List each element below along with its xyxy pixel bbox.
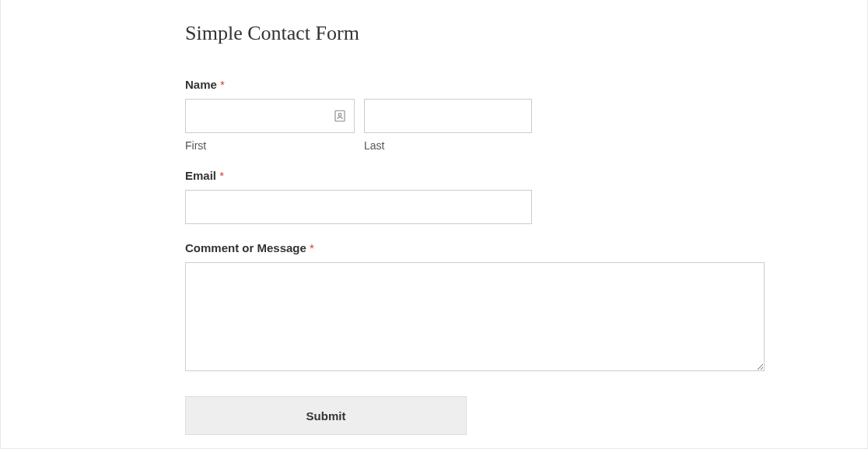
first-name-sublabel: First: [185, 139, 355, 152]
first-name-input[interactable]: [185, 99, 355, 133]
last-name-sublabel: Last: [364, 139, 532, 152]
message-textarea[interactable]: [185, 262, 765, 371]
email-label: Email *: [185, 169, 765, 182]
form-title: Simple Contact Form: [185, 22, 765, 45]
name-label: Name *: [185, 78, 765, 91]
name-required-mark: *: [220, 78, 225, 91]
name-field-group: Name * First: [185, 78, 765, 152]
email-input[interactable]: [185, 190, 532, 224]
email-label-text: Email: [185, 169, 216, 182]
email-field-group: Email *: [185, 169, 765, 224]
message-field-group: Comment or Message *: [185, 241, 765, 374]
name-label-text: Name: [185, 78, 217, 91]
message-required-mark: *: [310, 241, 314, 254]
email-required-mark: *: [219, 169, 224, 182]
last-name-input[interactable]: [364, 99, 532, 133]
message-label-text: Comment or Message: [185, 241, 306, 254]
submit-button[interactable]: Submit: [185, 396, 467, 435]
message-label: Comment or Message *: [185, 241, 765, 254]
